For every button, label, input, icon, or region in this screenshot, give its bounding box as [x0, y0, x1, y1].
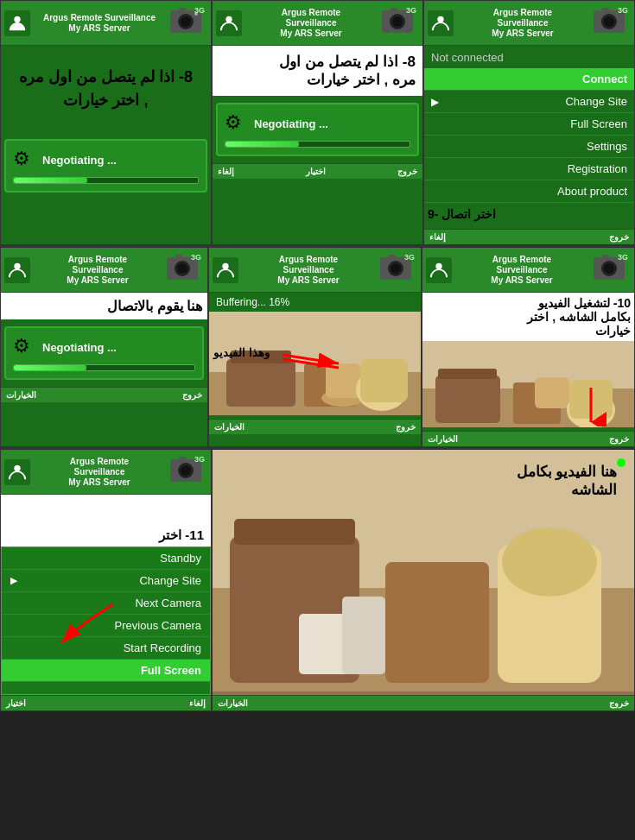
arabic-step8-box: 8- اذا لم يتصل من اول مره , اختر خيارات [213, 46, 422, 96]
svg-point-21 [222, 262, 228, 268]
buffering-text: Buffering... 16% [209, 293, 421, 312]
row1-cell3: Argus RemoteSurveillanceMy ARS Server 3G… [423, 0, 635, 245]
3g-badge-r2c2: 3G [404, 253, 415, 262]
menu-settings[interactable]: Settings [424, 136, 634, 158]
3g-badge-r2c1: 3G [191, 253, 201, 262]
progress-bar-inner-r1c1 [14, 178, 87, 183]
step-text-r2c1: هنا يقوم بالاتصال [1, 293, 207, 319]
footer-select-r1c2[interactable]: اختيار [306, 167, 326, 176]
svg-rect-50 [535, 377, 569, 408]
footer-r1c2: إلغاء اختيار خروج [213, 163, 422, 179]
menu-change-site-r3[interactable]: ▶ Change Site [2, 570, 210, 592]
menu-about[interactable]: About product [424, 180, 634, 203]
step11-arabic: 11- اختر [8, 527, 204, 543]
camera-icon-r1c1: 3G [168, 3, 207, 42]
fullscreen-title: Full Sescreen [8, 498, 204, 527]
step10-text-area: 10- لتشغيل الفيديو بكامل الشاشه , اختر خ… [422, 293, 634, 341]
red-arrow-down-r2c3 [574, 383, 608, 426]
svg-rect-25 [389, 255, 396, 258]
3g-badge-r1c3: 3G [618, 6, 628, 15]
neg-inner-r1c2: ⚙ Negotiating ... [225, 111, 410, 136]
3g-badge-r2c3: 3G [618, 253, 628, 262]
arabic-step8-line2: مره , اختر خيارات [219, 71, 416, 89]
prog-inner-r2c1 [14, 365, 86, 370]
neg-box-r1c2: ⚙ Negotiating ... [216, 103, 419, 156]
neg-text-r1c2: Negotiating ... [254, 117, 328, 130]
step10-line1: 10- لتشغيل الفيديو [426, 296, 631, 310]
svg-point-58 [181, 465, 191, 476]
footer-cancel-r1c3[interactable]: إلغاء [429, 232, 446, 242]
row3-cell2: هنا الفيديو بكامل الشاشه الخيارات خروج [212, 449, 635, 711]
svg-rect-20 [175, 255, 182, 258]
footer-cancel-r3c1[interactable]: إلغاء [189, 698, 206, 708]
green-dot-r3c2 [617, 458, 625, 467]
negotiating-box-r1c1: ⚙ Negotiating ... [1, 132, 211, 199]
svg-point-16 [14, 262, 20, 268]
not-connected-area: Not connected [424, 46, 634, 68]
svg-point-14 [604, 16, 614, 27]
prog-outer-r1c2 [225, 141, 410, 148]
app-title-r1c3: Argus RemoteSurveillanceMy ARS Server [454, 8, 592, 39]
step-label-r2c1: هنا يقوم بالاتصال [107, 299, 202, 313]
not-connected-text: Not connected [431, 47, 504, 67]
neg-text-r1c1: Negotiating ... [42, 154, 117, 167]
footer-options-r2c3[interactable]: الخيارات [428, 434, 458, 444]
svg-point-0 [14, 16, 20, 22]
footer-r3c1: اختيار إلغاء [1, 695, 211, 711]
menu-change-site[interactable]: ▶ Change Site [424, 91, 634, 113]
footer-options-r3c2[interactable]: الخيارات [218, 698, 248, 708]
3g-badge-r1c2: 3G [406, 6, 416, 15]
footer-exit-r2c2[interactable]: خروج [396, 422, 416, 432]
neg-area-r2c1: ⚙ Negotiating ... [1, 319, 207, 387]
menu-connect[interactable]: Connect [424, 68, 634, 91]
svg-rect-47 [435, 376, 500, 423]
prog-outer-r2c1 [13, 364, 195, 371]
app-title-r2c2: Argus RemoteSurveillanceMy ARS Server [238, 255, 378, 286]
arabic-step8-area: 8- اذا لم يتصل من اول مره , اختر خيارات [1, 46, 211, 132]
menu-registration[interactable]: Registration [424, 158, 634, 180]
large-video-area: هنا الفيديو بكامل الشاشه [213, 450, 634, 695]
row1-cell2: Argus RemoteSurveillanceMy ARS Server 3G… [212, 0, 423, 245]
footer-options-r2c2[interactable]: الخيارات [214, 422, 244, 432]
header-bar-r1c3: Argus RemoteSurveillanceMy ARS Server 3G [424, 1, 634, 46]
row2-cell1: Argus RemoteSurveillanceMy ARS Server 3G… [0, 247, 208, 447]
camera-area-r1c2: 3G [380, 3, 419, 42]
footer-exit-r2c3[interactable]: خروج [609, 434, 629, 444]
footer-options-r2c1[interactable]: الخيارات [6, 390, 36, 400]
person-icon-r1c2 [216, 10, 242, 36]
menu-full-screen-r3[interactable]: Full Screen [2, 660, 210, 682]
menu-full-screen[interactable]: Full Screen [424, 113, 634, 136]
footer-select-r3c1[interactable]: اختيار [6, 698, 26, 708]
neg-box-r1c1: ⚙ Negotiating ... [4, 139, 207, 193]
progress-bar-outer-r1c1 [13, 177, 199, 184]
step10-line2: بكامل الشاشه , اختر [426, 310, 631, 324]
camera-area-r2c1: 3G [165, 250, 204, 289]
menu-standby[interactable]: Standby [2, 547, 210, 570]
footer-exit-r1c3[interactable]: خروج [609, 232, 629, 242]
footer-exit-r2c1[interactable]: خروج [182, 390, 202, 400]
svg-point-19 [177, 263, 187, 274]
footer-exit-r3c2[interactable]: خروج [609, 698, 629, 708]
row3-container: Argus RemoteSurveillanceMy ARS Server 3G… [0, 449, 635, 711]
header-bar-r2c2: Argus RemoteSurveillanceMy ARS Server 3G [209, 248, 421, 293]
svg-rect-15 [602, 8, 609, 11]
footer-r2c2: الخيارات خروج [209, 419, 421, 434]
menu-r1c3: Connect ▶ Change Site Full Screen Settin… [424, 68, 634, 203]
camera-area-r2c2: 3G [378, 250, 417, 289]
footer-exit-r1c2[interactable]: خروج [397, 167, 417, 176]
svg-rect-65 [234, 519, 355, 545]
row2-cell2: Argus RemoteSurveillanceMy ARS Server 3G… [208, 247, 422, 447]
person-icon-r2c2 [213, 257, 238, 283]
red-arrow-r3c1 [44, 600, 130, 652]
svg-rect-70 [342, 597, 385, 674]
gear-icon-r1c1: ⚙ [13, 148, 37, 172]
camera-area-r2c3: 3G [592, 250, 631, 289]
footer-cancel-r1c2[interactable]: إلغاء [218, 167, 234, 176]
svg-point-68 [502, 527, 597, 597]
svg-point-9 [392, 16, 403, 27]
app-title-r1c1: Argus Remote Surveillance My ARS Server [30, 13, 168, 34]
footer-r1c3: إلغاء خروج [424, 229, 634, 244]
header-bar-r1c2: Argus RemoteSurveillanceMy ARS Server 3G [213, 1, 422, 46]
person-icon [4, 10, 30, 36]
3g-badge: 3G [194, 6, 205, 15]
